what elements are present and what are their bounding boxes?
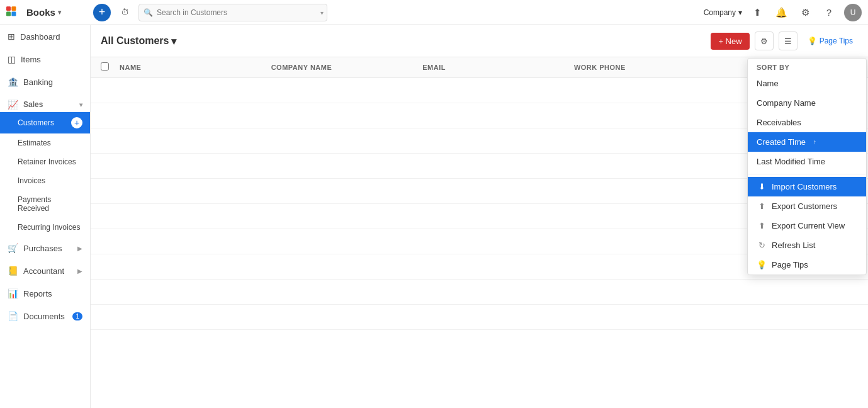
banking-icon: 🏦 [8,77,18,87]
page-title-text: All Customers [101,35,169,47]
purchases-icon: 🛒 [8,243,18,253]
documents-icon: 📄 [8,311,18,321]
new-button-label: + New [718,37,741,46]
col-header-name: NAME [120,64,271,71]
sidebar-item-label: Dashboard [20,32,60,42]
dropdown-created-time-label: Created Time [757,137,806,147]
list-view-icon: ☰ [784,37,792,46]
sales-icon: 📈 [8,99,18,110]
topbar-right: Company ▾ ⬆ 🔔 ⚙ ? U [704,4,862,21]
logo-dropdown-arrow[interactable]: ▾ [58,9,61,16]
dropdown-item-receivables[interactable]: Receivables [748,113,866,132]
sidebar-item-reports[interactable]: 📊 Reports [0,282,90,305]
dropdown-item-name[interactable]: Name [748,74,866,93]
sidebar-recurring-invoices-label: Recurring Invoices [18,223,80,232]
sidebar-item-invoices[interactable]: Invoices [0,171,90,190]
sidebar-item-dashboard[interactable]: ⊞ Dashboard [0,25,90,48]
items-icon: ◫ [8,54,16,64]
list-view-button[interactable]: ☰ [779,31,798,50]
sidebar-item-purchases[interactable]: 🛒 Purchases ▶ [0,237,90,259]
page-title: All Customers ▾ [101,35,176,47]
accountant-icon: 📒 [8,266,18,276]
dropdown-item-refresh-list[interactable]: ↻ Refresh List [748,235,866,255]
logo[interactable]: Books ▾ [6,6,88,19]
dropdown-last-modified-time-label: Last Modified Time [757,157,825,166]
dropdown-item-page-tips[interactable]: 💡 Page Tips [748,255,866,275]
sidebar-item-label: Accountant [23,266,64,276]
add-button[interactable]: + [93,4,111,21]
dropdown-export-customers-label: Export Customers [772,201,837,211]
search-dropdown-arrow[interactable]: ▾ [320,9,324,16]
col-header-phone: WORK PHONE [574,64,726,71]
created-time-sort-arrow: ↑ [813,139,816,145]
settings-button[interactable]: ⚙ [796,4,814,21]
sidebar-item-accountant[interactable]: 📒 Accountant ▶ [0,259,90,282]
dropdown-item-export-customers[interactable]: ⬆ Export Customers [748,196,866,216]
dropdown-item-company-name[interactable]: Company Name [748,93,866,113]
table-row [91,280,868,305]
purchases-expand-icon: ▶ [77,245,82,252]
dropdown-refresh-list-label: Refresh List [772,241,815,250]
bell-icon: 🔔 [775,7,787,18]
sidebar-item-label: Sales [23,100,43,109]
select-all-checkbox[interactable] [101,62,109,71]
sales-expand-icon: ▾ [79,101,82,108]
column-settings-button[interactable]: ⚙ [755,31,774,50]
export-customers-icon: ⬆ [757,201,767,211]
page-tips-button[interactable]: 💡 Page Tips [803,34,858,48]
sidebar-customers-label: Customers [18,118,71,127]
sidebar-item-payments-received[interactable]: Payments Received [0,190,90,218]
org-name: Company [704,8,736,17]
history-icon: ⏱ [121,8,129,17]
dropdown-name-label: Name [757,79,779,88]
accountant-expand-icon: ▶ [77,268,82,275]
page-tips-menu-icon: 💡 [757,260,767,269]
new-button[interactable]: + New [711,33,749,50]
svg-rect-2 [6,11,11,16]
dropdown-company-name-label: Company Name [757,98,816,108]
search-bar: 🔍 ▾ [138,4,327,21]
page-tips-icon: 💡 [808,37,817,45]
sidebar-item-banking[interactable]: 🏦 Banking [0,71,90,93]
col-header-company: COMPANY NAME [271,64,423,71]
col-header-email: EMAIL [422,64,574,71]
gear-icon: ⚙ [801,7,809,18]
avatar[interactable]: U [844,4,862,21]
sidebar-retainer-invoices-label: Retainer Invoices [18,157,76,166]
org-selector[interactable]: Company ▾ [704,8,742,17]
upgrade-icon: ⬆ [753,7,762,18]
reports-icon: 📊 [8,288,18,298]
customers-add-button[interactable]: + [71,117,82,128]
sidebar-item-retainer-invoices[interactable]: Retainer Invoices [0,152,90,171]
page-title-dropdown-icon[interactable]: ▾ [171,35,176,47]
sidebar-item-recurring-invoices[interactable]: Recurring Invoices [0,218,90,237]
dropdown-import-customers-label: Import Customers [772,182,837,191]
svg-rect-1 [11,6,16,11]
page-header: All Customers ▾ + New ⚙ ☰ 💡 Page Tips [91,25,868,57]
dropdown-page-tips-label: Page Tips [772,260,808,269]
dashboard-icon: ⊞ [8,31,15,42]
page-tips-label: Page Tips [820,37,853,45]
sidebar-item-documents[interactable]: 📄 Documents 1 [0,305,90,327]
search-input[interactable] [138,4,327,21]
sidebar-item-items[interactable]: ◫ Items [0,48,90,71]
dropdown-divider [748,174,866,174]
history-button[interactable]: ⏱ [116,4,133,21]
sidebar-item-label: Purchases [23,244,62,253]
sidebar-item-label: Documents [23,312,65,321]
zoho-logo-icon [6,6,24,19]
sidebar-item-estimates[interactable]: Estimates [0,133,90,152]
upgrade-button[interactable]: ⬆ [748,4,766,21]
logo-text: Books [26,7,55,18]
dropdown-item-import-customers[interactable]: ⬇ Import Customers [748,177,866,196]
dropdown-item-export-current-view[interactable]: ⬆ Export Current View [748,216,866,235]
help-button[interactable]: ? [820,4,838,21]
dropdown-export-current-view-label: Export Current View [772,221,845,230]
sidebar-item-customers[interactable]: Customers + [0,112,90,133]
dropdown-item-last-modified-time[interactable]: Last Modified Time [748,152,866,171]
sidebar-item-label: Banking [23,77,53,87]
sidebar-section-sales[interactable]: 📈 Sales ▾ [0,93,90,112]
dropdown-item-created-time[interactable]: Created Time ↑ [748,132,866,152]
sidebar-estimates-label: Estimates [18,139,51,147]
notifications-button[interactable]: 🔔 [772,4,790,21]
